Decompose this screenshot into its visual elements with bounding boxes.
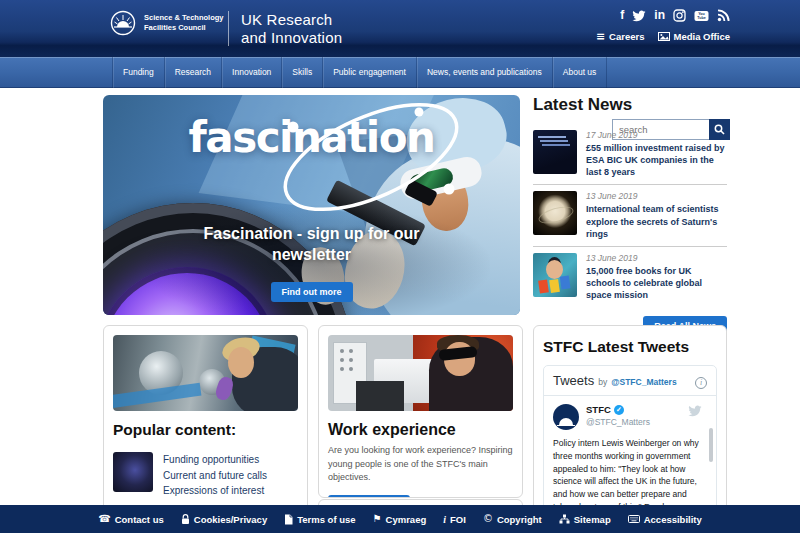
nav-item-public-engagement[interactable]: Public engagement xyxy=(322,57,416,88)
work-experience-description: Are you looking for work experience? Ins… xyxy=(328,444,513,485)
accessibility-icon xyxy=(628,515,640,523)
popular-content-card: Popular content: Funding opportunities C… xyxy=(103,325,308,533)
info-icon[interactable]: i xyxy=(695,377,707,389)
news-date: 17 June 2019 xyxy=(586,130,727,140)
verified-badge-icon: ✓ xyxy=(614,405,624,415)
popular-content-title: Popular content: xyxy=(113,421,298,439)
phone-icon: ☎ xyxy=(98,514,110,524)
rss-icon[interactable] xyxy=(717,9,730,22)
nav-item-news-events[interactable]: News, events and publications xyxy=(416,57,552,88)
hero-caption: Fascination - sign up for our newsletter xyxy=(103,224,520,265)
popular-group-funding: Funding opportunities Current and future… xyxy=(113,446,298,505)
news-headline-link[interactable]: 15,000 free books for UK schools to cele… xyxy=(586,265,727,301)
news-item: 17 June 2019 £55 million investment rais… xyxy=(533,124,727,184)
main-nav: Funding Research Innovation Skills Publi… xyxy=(0,57,800,88)
news-thumbnail-esa[interactable] xyxy=(533,130,577,174)
stfc-org-name: Science & Technology Facilities Council xyxy=(144,13,223,33)
work-experience-image[interactable] xyxy=(328,335,513,411)
image-icon xyxy=(658,32,670,41)
careers-link[interactable]: ≡ Careers xyxy=(596,31,645,42)
footer-foi-link[interactable]: i FOI xyxy=(443,514,466,525)
nav-item-research[interactable]: Research xyxy=(164,57,221,88)
footer-cymraeg-link[interactable]: ⚑ Cymraeg xyxy=(373,514,427,525)
hero-banner: fascination Fascination - sign up for ou… xyxy=(103,95,520,315)
footer-accessibility-link[interactable]: Accessibility xyxy=(628,514,702,525)
document-icon xyxy=(284,514,293,525)
menu-icon: ≡ xyxy=(596,32,605,42)
widget-scrollbar[interactable] xyxy=(709,428,713,462)
sitemap-icon xyxy=(559,514,570,524)
site-footer: ☎ Contact us Cookies/Privacy Terms of us… xyxy=(0,505,800,533)
youtube-icon[interactable]: YouTube xyxy=(694,10,709,22)
flag-icon: ⚑ xyxy=(373,514,382,524)
fascination-logo: fascination xyxy=(103,113,520,162)
header-utility-links: ≡ Careers Media Office xyxy=(596,31,730,42)
nav-items: Funding Research Innovation Skills Publi… xyxy=(112,57,800,88)
latest-tweets-card: STFC Latest Tweets Tweets by @STFC_Matte… xyxy=(533,325,727,533)
footer-cookies-privacy-link[interactable]: Cookies/Privacy xyxy=(181,514,267,525)
latest-news-section: Latest News 17 June 2019 £55 million inv… xyxy=(533,95,727,336)
news-headline-link[interactable]: International team of scientists explore… xyxy=(586,203,727,239)
news-item: 13 June 2019 International team of scien… xyxy=(533,184,727,245)
news-headline-link[interactable]: £55 million investment raised by ESA BIC… xyxy=(586,142,727,178)
work-experience-title: Work experience xyxy=(328,421,513,439)
news-date: 13 June 2019 xyxy=(586,253,727,263)
work-experience-find-out-more-button[interactable]: Find out more xyxy=(328,495,410,499)
hero-find-out-more-button[interactable]: Find out more xyxy=(271,282,353,302)
popular-thumbnail-funding[interactable] xyxy=(113,452,153,492)
twitter-bird-icon[interactable] xyxy=(688,405,702,417)
nav-item-skills[interactable]: Skills xyxy=(281,57,322,88)
footer-contact-us-link[interactable]: ☎ Contact us xyxy=(98,514,164,525)
work-experience-card: Work experience Are you looking for work… xyxy=(318,325,523,498)
info-icon: i xyxy=(443,514,446,525)
latest-news-title: Latest News xyxy=(533,95,727,115)
ukri-brand: UK Research and Innovation xyxy=(241,11,342,47)
twitter-icon[interactable] xyxy=(632,10,646,22)
stfc-sunburst-icon xyxy=(110,10,136,36)
popular-link-funding-opportunities[interactable]: Funding opportunities xyxy=(163,452,267,468)
facebook-icon[interactable]: f xyxy=(620,9,624,22)
news-thumbnail-saturn[interactable] xyxy=(533,191,577,235)
copyright-icon: © xyxy=(483,514,493,524)
popular-link-current-future-calls[interactable]: Current and future calls xyxy=(163,468,267,484)
instagram-icon[interactable] xyxy=(673,9,686,22)
lock-icon xyxy=(181,514,190,525)
stfc-homepage: Science & Technology Facilities Council … xyxy=(0,0,800,533)
popular-link-expressions-of-interest[interactable]: Expressions of interest xyxy=(163,483,267,499)
media-office-link[interactable]: Media Office xyxy=(658,31,731,42)
linkedin-icon[interactable]: in xyxy=(654,9,665,22)
news-item: 13 June 2019 15,000 free books for UK sc… xyxy=(533,246,727,307)
twitter-widget-header: Tweets by @STFC_Matters i xyxy=(544,366,716,396)
tweet-author-link[interactable]: STFC xyxy=(586,404,611,415)
news-thumbnail-books[interactable] xyxy=(533,253,577,297)
nav-item-innovation[interactable]: Innovation xyxy=(221,57,281,88)
footer-copyright-link[interactable]: © Copyright xyxy=(483,514,542,525)
stfc-logo[interactable]: Science & Technology Facilities Council xyxy=(110,10,223,36)
nav-item-about-us[interactable]: About us xyxy=(552,57,608,88)
tweet-avatar[interactable] xyxy=(553,404,579,430)
nav-item-funding[interactable]: Funding xyxy=(112,57,164,88)
social-links: f in YouTube xyxy=(620,9,730,22)
footer-sitemap-link[interactable]: Sitemap xyxy=(559,514,611,525)
svg-text:Tube: Tube xyxy=(697,16,705,20)
footer-terms-of-use-link[interactable]: Terms of use xyxy=(284,514,355,525)
latest-tweets-title: STFC Latest Tweets xyxy=(543,338,717,356)
site-header: Science & Technology Facilities Council … xyxy=(0,0,800,57)
tweet-author-handle: @STFC_Matters xyxy=(586,417,650,427)
news-date: 13 June 2019 xyxy=(586,191,727,201)
popular-content-image[interactable] xyxy=(113,335,298,411)
brand-divider xyxy=(228,11,229,46)
twitter-handle-link[interactable]: @STFC_Matters xyxy=(611,377,676,387)
